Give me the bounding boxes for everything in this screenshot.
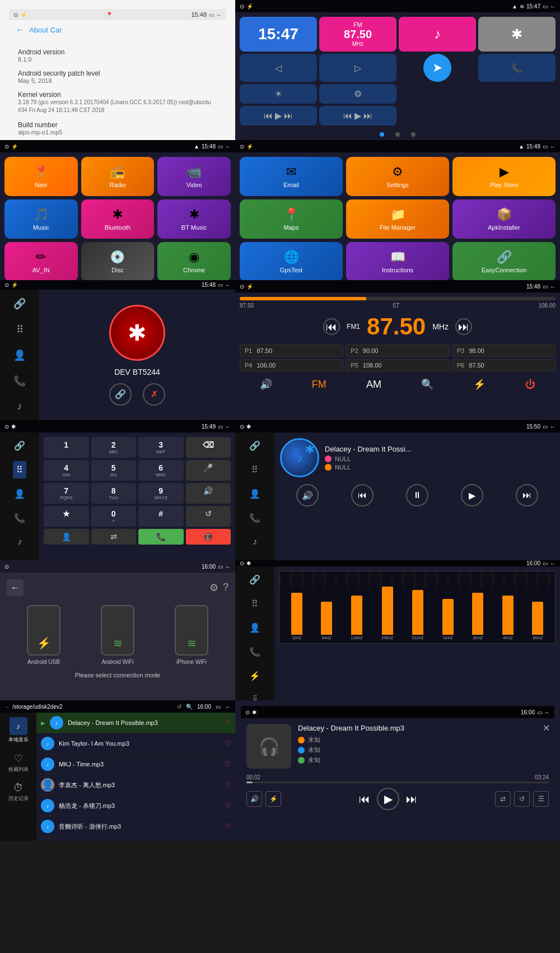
back-fm[interactable]: ← xyxy=(550,283,556,290)
key-3[interactable]: 3DEF xyxy=(138,437,184,458)
np-eq-btn[interactable]: ⚡ xyxy=(265,791,281,807)
key-9[interactable]: 9WXYZ xyxy=(138,483,184,504)
iphone-wifi-device[interactable]: ≋ iPhone WiFi xyxy=(175,605,208,665)
preset-P2[interactable]: P290.00 xyxy=(346,345,449,357)
bt-calls-icon[interactable]: 📞 xyxy=(10,371,29,391)
music-tile[interactable]: ♪ xyxy=(399,17,476,52)
bt-music-icon[interactable]: ♪ xyxy=(14,397,26,416)
android-wifi-device[interactable]: ≋ Android WiFi xyxy=(101,605,134,665)
search-playlist[interactable]: 🔍 xyxy=(186,704,193,710)
eq-sliders-icon[interactable]: ⚡ xyxy=(246,667,264,685)
np-vol-btn[interactable]: 🔊 xyxy=(246,791,262,807)
btm-link-icon[interactable]: 🔗 xyxy=(246,437,264,454)
home-bt-icon[interactable]: ⊙ xyxy=(4,282,9,288)
eq-tile[interactable]: ☀ xyxy=(240,84,317,104)
app-maps[interactable]: 📍 Maps xyxy=(240,199,343,239)
track-6[interactable]: ♪ 音阙诗听 - 游侠行.mp3 ♡ xyxy=(36,816,235,837)
key-vol[interactable]: 🔊 xyxy=(186,483,231,504)
dial-calls-icon[interactable]: 📞 xyxy=(11,509,29,527)
key-contact[interactable]: 👤 xyxy=(44,529,89,545)
home-conn-icon[interactable]: ⊙ xyxy=(4,564,9,570)
preset-P4[interactable]: P4106.00 xyxy=(240,359,343,371)
home-btn[interactable]: ⊙ xyxy=(240,3,244,10)
media-prev-tile[interactable]: ⏮ ▶ ⏭ xyxy=(319,106,396,125)
app-disc[interactable]: 💿 Disc xyxy=(81,242,155,281)
fm-next-btn[interactable]: ⏭ xyxy=(455,318,472,335)
back-np[interactable]: ← xyxy=(544,709,550,715)
back-arrow[interactable]: ← xyxy=(16,25,25,35)
settings-tile[interactable]: ⚙ xyxy=(319,84,396,104)
btm-person-icon[interactable]: 👤 xyxy=(246,485,264,503)
track-2[interactable]: ♪ Kim Taylor- I Am You.mp3 ♡ xyxy=(36,733,235,754)
key-6[interactable]: 6MNO xyxy=(138,460,184,481)
app-chrome[interactable]: ◉ Chrome xyxy=(157,242,231,281)
app-settings[interactable]: ⚙ Settings xyxy=(346,157,449,196)
np-shuffle-btn[interactable]: ⇄ xyxy=(495,791,511,807)
back-conn[interactable]: ← xyxy=(225,564,231,570)
home-apps-r-icon[interactable]: ⊙ xyxy=(240,143,244,150)
key-1[interactable]: 1 xyxy=(44,437,89,458)
track-3-heart[interactable]: ♡ xyxy=(225,760,231,768)
fm-mode-fm[interactable]: FM xyxy=(310,376,329,393)
app-avin[interactable]: ✏ AV_IN xyxy=(4,242,78,281)
app-bluetooth[interactable]: ✱ Bluetooth xyxy=(81,199,155,239)
btm-keypad-icon[interactable]: ⠿ xyxy=(248,461,262,478)
key-8[interactable]: 8TUV xyxy=(91,483,137,504)
key-star[interactable]: ★ xyxy=(44,506,89,527)
np-play-btn[interactable]: ▶ xyxy=(377,788,399,810)
bt-connect-btn[interactable]: 🔗 xyxy=(109,383,132,406)
bt-person-icon[interactable]: 👤 xyxy=(10,346,29,365)
conn-settings-icon[interactable]: ⚙ xyxy=(209,582,218,594)
vol-down-tile[interactable]: ◁ xyxy=(240,54,317,82)
back-btn-playlist[interactable]: ← xyxy=(225,704,231,710)
app-video[interactable]: 📹 Video xyxy=(157,157,231,196)
eq-link-icon[interactable]: 🔗 xyxy=(246,571,264,588)
preset-P6[interactable]: P687.50 xyxy=(452,359,556,371)
phone-tile[interactable]: 📞 xyxy=(478,54,556,82)
android-usb-device[interactable]: ⚡ Android USB xyxy=(27,605,60,665)
btm-music-icon[interactable]: ♪ xyxy=(249,533,260,550)
app-apkinst[interactable]: 📦 ApkInstaller xyxy=(452,199,556,239)
key-0[interactable]: 0+ xyxy=(91,506,137,527)
track-3[interactable]: ♪ MKJ - Time.mp3 ♡ xyxy=(36,754,235,775)
dial-link-icon[interactable]: 🔗 xyxy=(11,437,29,454)
fm-tile[interactable]: FM 87.50 MHz xyxy=(319,17,396,52)
bt-tile[interactable]: ✱ xyxy=(478,17,556,52)
dial-keypad-icon[interactable]: ⠿ xyxy=(13,461,26,478)
home-eq-icon[interactable]: ⊙ xyxy=(240,560,244,566)
key-7[interactable]: 7PQRS xyxy=(44,483,89,504)
conn-help-icon[interactable]: ? xyxy=(223,582,228,594)
np-menu-btn[interactable]: ☰ xyxy=(533,791,549,807)
home-btm-icon[interactable]: ⊙ xyxy=(240,424,244,430)
key-end[interactable]: 📵 xyxy=(186,529,231,545)
track-1-heart[interactable]: ♡ xyxy=(225,719,231,727)
app-instructions[interactable]: 📖 Instructions xyxy=(346,242,449,281)
fm-search-icon[interactable]: 🔍 xyxy=(419,376,436,393)
key-transfer[interactable]: ⇄ xyxy=(91,529,137,545)
btm-next-btn[interactable]: ⏭ xyxy=(516,484,538,506)
bt-link-icon[interactable]: 🔗 xyxy=(10,294,29,313)
eq-keypad-icon[interactable]: ⠿ xyxy=(248,595,262,612)
time-tile[interactable]: 15:47 xyxy=(240,17,317,52)
app-gpstest[interactable]: 🌐 GpsTest xyxy=(240,242,343,281)
preset-P1[interactable]: P187.50 xyxy=(240,345,343,357)
btm-play-btn[interactable]: ▶ xyxy=(461,484,483,506)
home-fm-icon[interactable]: ⊙ xyxy=(240,283,244,290)
bt-keypad-icon[interactable]: ⠿ xyxy=(13,320,27,339)
app-radio[interactable]: 📻 Radio xyxy=(81,157,155,196)
track-5-heart[interactable]: ♡ xyxy=(225,802,231,810)
back-icon[interactable]: ← xyxy=(216,12,222,18)
nav-history[interactable]: ⏱ 历史记录 xyxy=(8,782,29,802)
track-4[interactable]: 👤 李袁杰 - 离人愁.mp3 ♡ xyxy=(36,775,235,796)
prev-tile[interactable]: ⏮ ▶ ⏭ xyxy=(240,106,317,125)
track-1[interactable]: ▶ ♪ Delacey - Dream It Possible.mp3 ♡ xyxy=(36,713,235,733)
track-5[interactable]: ♪ 杨浩龙 - 杀猪刀.mp3 ♡ xyxy=(36,796,235,816)
fm-eq-icon[interactable]: ⚡ xyxy=(471,376,488,393)
app-easyconn[interactable]: 🔗 EasyConnection xyxy=(452,242,556,281)
nav-favorites[interactable]: ♡ 收藏列表 xyxy=(8,752,29,773)
refresh-playlist[interactable]: ↺ xyxy=(177,704,181,710)
btm-prev-btn[interactable]: ⏮ xyxy=(351,484,374,506)
nav-center-tile[interactable]: ➤ xyxy=(399,54,476,82)
back-apps-left[interactable]: ← xyxy=(225,143,231,150)
back-btn-radio[interactable]: ← xyxy=(550,3,556,10)
